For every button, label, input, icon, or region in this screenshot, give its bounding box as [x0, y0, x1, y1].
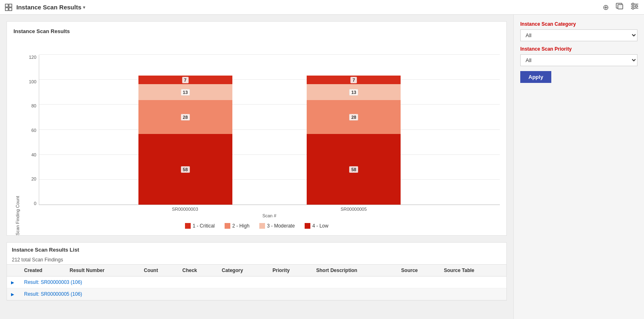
expand-icon-sr5[interactable]: ▶	[11, 292, 14, 297]
main-layout: Instance Scan Results Scan Finding Count…	[0, 15, 644, 319]
bar-label-sr5-high: 28	[349, 114, 358, 120]
priority-filter-select[interactable]: All	[520, 54, 637, 66]
col-count[interactable]: Count	[140, 265, 178, 277]
chart-grid-area: 58 28 13	[39, 55, 500, 205]
y-label-120: 120	[29, 55, 36, 60]
y-axis-title-wrapper: Scan Finding Count	[13, 213, 22, 218]
x-axis-title: Scan #	[39, 213, 500, 218]
y-axis-title: Scan Finding Count	[15, 196, 20, 236]
settings-icon[interactable]	[630, 2, 639, 12]
table-header-row: Created Result Number Count Check Catego…	[7, 265, 506, 277]
y-label-80: 80	[31, 103, 36, 108]
topbar: Instance Scan Results ▾ ⊕	[0, 0, 644, 15]
bar-label-sr5-moderate: 13	[349, 89, 358, 96]
svg-rect-2	[5, 8, 8, 11]
row-sr3-expand-cell: ▶	[7, 277, 20, 288]
detach-icon	[615, 2, 624, 10]
legend-low: 4 - Low	[305, 223, 328, 229]
apply-button[interactable]: Apply	[520, 71, 551, 83]
table-section: Instance Scan Results List 212 total Sca…	[7, 242, 507, 301]
grid-icon	[5, 4, 12, 11]
stacked-bar-sr3: 58 28 13	[138, 76, 232, 205]
row-sr3-label-cell: Result: SR00000003 (106)	[20, 277, 506, 288]
sidebar: Instance Scan Category All Instance Scan…	[513, 15, 644, 319]
bar-seg-sr5-critical: 7	[307, 76, 401, 84]
svg-rect-3	[9, 8, 12, 11]
x-label-sr3: SR00000003	[138, 207, 232, 212]
col-result-number[interactable]: Result Number	[66, 265, 140, 277]
bar-seg-sr5-low: 58	[307, 134, 401, 205]
bar-seg-sr3-high: 28	[138, 100, 232, 134]
bar-seg-sr3-critical: 7	[138, 76, 232, 84]
bar-group-sr3: 58 28 13	[138, 76, 232, 205]
row-sr5-link[interactable]: Result: SR00000005 (106)	[24, 291, 82, 297]
x-label-sr5: SR00000005	[307, 207, 401, 212]
priority-filter-label: Instance Scan Priority	[520, 46, 637, 52]
col-short-description[interactable]: Short Description	[312, 265, 397, 277]
bar-label-sr3-low: 58	[181, 166, 190, 173]
category-filter-label: Instance Scan Category	[520, 21, 637, 27]
col-priority[interactable]: Priority	[268, 265, 312, 277]
category-filter-select[interactable]: All	[520, 29, 637, 41]
legend-critical: 1 - Critical	[185, 223, 215, 229]
svg-rect-5	[618, 4, 623, 9]
results-table: Created Result Number Count Check Catego…	[7, 265, 506, 300]
col-created[interactable]: Created	[20, 265, 66, 277]
svg-rect-0	[5, 4, 8, 7]
col-source[interactable]: Source	[397, 265, 440, 277]
stacked-bar-sr5: 58 28 13 7	[307, 76, 401, 205]
legend-label-critical: 1 - Critical	[193, 223, 215, 229]
chart-legend: 1 - Critical 2 - High 3 - Moderate 4 - L…	[13, 223, 500, 229]
bar-seg-sr5-high: 28	[307, 100, 401, 134]
y-label-40: 40	[31, 152, 36, 157]
legend-label-moderate: 3 - Moderate	[267, 223, 295, 229]
legend-color-moderate	[259, 223, 265, 229]
col-check[interactable]: Check	[178, 265, 218, 277]
bars-wrapper: 58 28 13	[39, 55, 500, 205]
legend-label-high: 2 - High	[232, 223, 250, 229]
table-head: Created Result Number Count Check Catego…	[7, 265, 506, 277]
expand-icon-sr3[interactable]: ▶	[11, 280, 14, 285]
chart-title: Instance Scan Results	[13, 28, 500, 34]
bar-label-sr5-critical: 7	[350, 77, 357, 83]
bar-label-sr3-critical: 7	[182, 77, 189, 83]
page-title: Instance Scan Results	[16, 4, 81, 11]
bar-seg-sr5-moderate: 13	[307, 84, 401, 100]
table-body: ▶ Result: SR00000003 (106) ▶ Result: SR0…	[7, 277, 506, 300]
col-source-table[interactable]: Source Table	[440, 265, 506, 277]
chart-area: Scan Finding Count 0 20 40 60 80 100 120	[13, 38, 500, 218]
y-axis: 0 20 40 60 80 100 120	[22, 55, 39, 218]
table-title: Instance Scan Results List	[12, 247, 501, 253]
row-sr5-label-cell: Result: SR00000005 (106)	[20, 288, 506, 300]
row-sr3-link[interactable]: Result: SR00000003 (106)	[24, 279, 82, 285]
y-label-100: 100	[29, 79, 36, 84]
col-expand	[7, 265, 20, 277]
add-icon[interactable]: ⊕	[603, 3, 609, 12]
chart-inner: 58 28 13	[39, 55, 500, 218]
chart-container: Instance Scan Results Scan Finding Count…	[7, 21, 507, 236]
table-header-area: Instance Scan Results List 212 total Sca…	[7, 243, 506, 265]
legend-color-low	[305, 223, 310, 229]
bar-seg-sr3-low: 58	[138, 134, 232, 205]
legend-label-low: 4 - Low	[312, 223, 328, 229]
legend-high: 2 - High	[225, 223, 250, 229]
y-label-60: 60	[31, 128, 36, 133]
bar-seg-sr3-moderate: 13	[138, 84, 232, 100]
topbar-icon-group	[5, 4, 12, 11]
legend-color-critical	[185, 223, 191, 229]
svg-point-11	[632, 7, 634, 9]
svg-rect-1	[9, 4, 12, 7]
bar-group-sr5: 58 28 13 7	[307, 76, 401, 205]
bar-label-sr3-moderate: 13	[181, 89, 190, 96]
y-label-20: 20	[31, 176, 36, 181]
svg-point-9	[632, 3, 634, 5]
legend-color-high	[225, 223, 230, 229]
x-labels: SR00000003 SR00000005	[39, 207, 500, 212]
legend-moderate: 3 - Moderate	[259, 223, 295, 229]
col-category[interactable]: Category	[218, 265, 268, 277]
topbar-actions: ⊕	[603, 2, 639, 12]
svg-point-10	[635, 5, 637, 7]
content-area: Instance Scan Results Scan Finding Count…	[0, 15, 513, 319]
title-dropdown-arrow[interactable]: ▾	[83, 4, 85, 10]
window-icon[interactable]	[615, 2, 624, 12]
